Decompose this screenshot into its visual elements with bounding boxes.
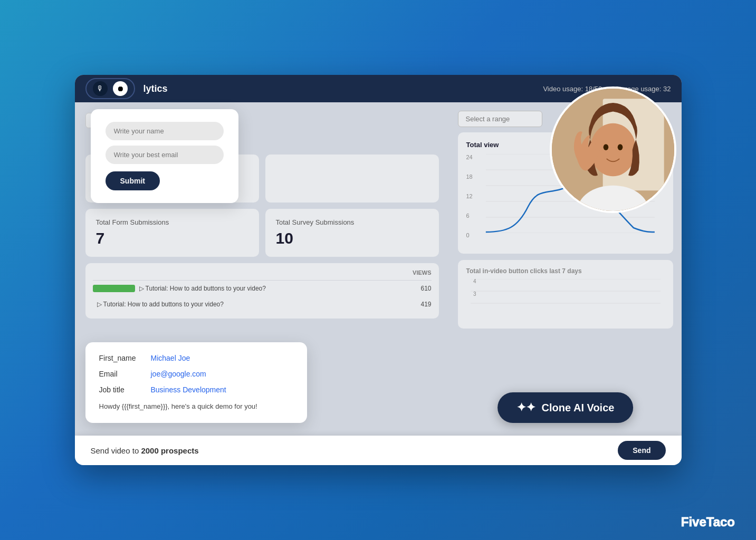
svg-text:4: 4 [473, 279, 476, 284]
main-window: 🎙 ⏺ lytics Video usage: 18/50 Storage us… [75, 75, 682, 465]
video-item-2: ▷ Tutorial: How to add buttons to your v… [93, 296, 432, 312]
first-name-label: First_name [99, 354, 147, 362]
video-title-2: ▷ Tutorial: How to add buttons to your v… [97, 301, 406, 308]
name-input[interactable] [106, 122, 224, 140]
email-input[interactable] [106, 146, 224, 164]
survey-submissions-value: 10 [276, 229, 428, 247]
survey-submissions-label: Total Survey Submissions [276, 218, 428, 226]
brand-name: FiveTaco [681, 515, 735, 529]
contact-row-name: First_name Michael Joe [99, 354, 293, 362]
video-views-2: 419 [410, 301, 432, 308]
clone-btn-label: Clone AI Voice [542, 402, 615, 414]
in-video-title: Total in-video button clicks last 7 days [466, 267, 665, 275]
app-title: lytics [143, 83, 168, 94]
contact-row-job: Job title Business Development [99, 385, 293, 394]
person-svg [552, 89, 674, 211]
video-title-1: ▷ Tutorial: How to add buttons to your v… [139, 285, 406, 292]
email-value: joe@google.com [151, 370, 206, 378]
video-views-1: 610 [410, 285, 432, 292]
mic-icon: 🎙 [93, 81, 108, 96]
form-submissions-card: Total Form Submissions 7 [85, 209, 259, 257]
contact-row-email: Email joe@google.com [99, 370, 293, 378]
contact-card: First_name Michael Joe Email joe@google.… [85, 342, 307, 423]
bottom-bar: Send video to 2000 prospects Send [75, 436, 682, 465]
in-video-section: Total in-video button clicks last 7 days… [458, 260, 673, 329]
form-overlay: Submit [91, 109, 238, 203]
form-submissions-label: Total Form Submissions [96, 218, 248, 226]
range-input[interactable] [458, 111, 542, 127]
video-list: VIEWS ▷ Tutorial: How to add buttons to … [85, 263, 439, 319]
form-submissions-value: 7 [96, 229, 248, 247]
video-bar-1 [93, 285, 135, 292]
empty-card [265, 155, 439, 202]
in-video-chart: 4 3 [466, 279, 665, 321]
clone-btn-container: ✦✦ Clone AI Voice [497, 392, 634, 423]
person-photo [550, 86, 676, 213]
contact-message: Howdy {{{first_name}}}, here's a quick d… [99, 401, 293, 412]
clone-ai-voice-button[interactable]: ✦✦ Clone AI Voice [497, 392, 634, 423]
prospects-count: 2000 prospects [141, 446, 198, 455]
svg-text:3: 3 [473, 291, 476, 297]
video-item-1: ▷ Tutorial: How to add buttons to your v… [93, 281, 432, 296]
survey-submissions-card: Total Survey Submissions 10 [265, 209, 439, 257]
in-video-svg: 4 3 [466, 279, 665, 316]
bottom-text: Send video to 2000 prospects [91, 446, 610, 455]
icon-pill: 🎙 ⏺ [85, 78, 135, 99]
email-label: Email [99, 370, 147, 378]
views-column-header: VIEWS [413, 269, 431, 276]
submit-button[interactable]: Submit [106, 171, 160, 190]
first-name-value: Michael Joe [151, 354, 190, 362]
job-title-value: Business Development [151, 385, 226, 394]
chart-panel: Total view 24 18 12 6 0 [449, 102, 682, 465]
brand-logo: FiveTaco [681, 515, 735, 529]
video-list-header: VIEWS [93, 269, 432, 281]
sparkle-icon: ✦✦ [516, 401, 535, 414]
record-icon: ⏺ [113, 81, 128, 96]
job-title-label: Job title [99, 385, 147, 394]
chart-y-labels: 24 18 12 6 0 [466, 154, 473, 238]
svg-point-22 [617, 144, 623, 150]
send-button[interactable]: Send [618, 441, 665, 460]
svg-point-21 [603, 144, 608, 150]
